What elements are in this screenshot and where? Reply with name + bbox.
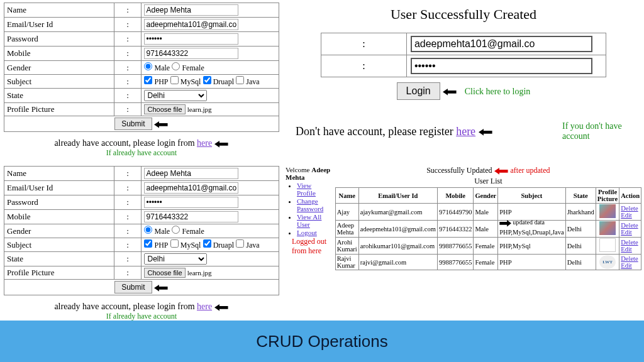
table-header-row: Name Email/User Id Mobile Gender Subject… — [335, 188, 641, 204]
delete-link[interactable]: Delete — [621, 239, 638, 246]
profile-picture-icon — [599, 238, 616, 252]
table-row: Rajvi Kumar rajvi@gmail.com 9988776655 F… — [335, 255, 641, 270]
state-select[interactable]: Delhi — [144, 90, 207, 101]
name-input[interactable] — [144, 4, 238, 16]
subject-drupal-checkbox[interactable] — [203, 76, 211, 84]
updated-msg-row: Successfully Updated ⬅ after updated — [335, 166, 641, 175]
arrow-left-red-icon: ⬅ — [494, 168, 509, 173]
success-login-panel: User Successfully Created : : Login ⬅ Cl… — [283, 0, 644, 163]
table-row: Adeep Mehta adeepmehta101@gmail.com 9716… — [335, 221, 641, 238]
subject-mysql-checkbox[interactable] — [170, 76, 179, 84]
submit-button[interactable]: Submit — [114, 118, 152, 130]
delete-link[interactable]: Delete — [621, 205, 638, 212]
welcome-text: Velcome Adeep Mehta — [286, 166, 331, 181]
edit-link[interactable]: Edit — [621, 262, 632, 269]
profile-picture-icon — [599, 221, 616, 235]
gender-female-radio[interactable] — [172, 62, 180, 70]
name-input-2[interactable] — [144, 168, 238, 179]
mobile-input[interactable] — [144, 48, 238, 59]
arrow-left-icon: ⬅ — [214, 305, 229, 310]
email-input[interactable] — [144, 19, 238, 30]
subject-java-checkbox-2[interactable] — [236, 239, 244, 248]
label-subject: Subject — [4, 75, 114, 89]
label-mobile: Mobile — [4, 47, 114, 61]
change-password-link[interactable]: Change Password — [297, 197, 323, 212]
label-state: State — [4, 89, 114, 103]
login-password-input[interactable] — [411, 58, 592, 74]
subject-java-checkbox[interactable] — [236, 76, 244, 84]
nav-links: View Profile Change Password View All Us… — [297, 182, 331, 236]
subject-php-checkbox-2[interactable] — [144, 239, 152, 248]
chosen-filename: learn.jpg — [187, 106, 212, 113]
arrow-left-icon: ⬅ — [154, 122, 169, 127]
table-row: Arohi Kumari arohikumar101@gmail.com 998… — [335, 238, 641, 255]
no-account-note: If you don't have account — [562, 121, 631, 141]
updated-msg: Successfully Updated — [426, 166, 492, 175]
mobile-input-2[interactable] — [144, 211, 238, 222]
success-title: User Successfully Created — [296, 6, 631, 23]
edit-link[interactable]: Edit — [621, 212, 632, 219]
label-picture: Profile Picture — [4, 103, 114, 116]
edit-link[interactable]: Edit — [621, 229, 632, 236]
logged-out-note: Logged out from here — [292, 237, 331, 256]
login-form: : : Login ⬅ Click here to login — [321, 33, 606, 102]
click-here-note: Click here to login — [465, 87, 531, 96]
profile-picture-icon — [599, 204, 616, 218]
gender-male-radio-2[interactable] — [144, 226, 152, 234]
login-button[interactable]: Login — [397, 82, 440, 100]
login-email-input[interactable] — [411, 36, 592, 52]
arrow-left-icon: ⬅ — [479, 129, 493, 134]
gender-male-radio[interactable] — [144, 62, 152, 70]
login-hint-2: already have account, please login from … — [4, 302, 279, 312]
profile-picture-icon: LWT — [599, 255, 616, 269]
already-account-note: If already have account — [4, 148, 279, 158]
user-list-table: Name Email/User Id Mobile Gender Subject… — [335, 187, 641, 270]
subject-drupal-checkbox-2[interactable] — [203, 239, 211, 248]
subject-mysql-checkbox-2[interactable] — [170, 239, 179, 248]
view-profile-link[interactable]: View Profile — [297, 182, 316, 197]
dashboard-panel: Velcome Adeep Mehta View Profile Change … — [283, 163, 644, 321]
user-list-title: User List — [335, 177, 641, 186]
arrow-left-icon: ⬅ — [443, 89, 457, 94]
edit-link[interactable]: Edit — [621, 246, 632, 253]
label-email: Email/User Id — [4, 18, 114, 32]
delete-link[interactable]: Delete — [621, 222, 638, 229]
submit-button-2[interactable]: Submit — [114, 281, 152, 293]
arrow-left-icon: ⬅ — [214, 141, 229, 146]
footer-title: CRUD Operations — [256, 332, 388, 351]
label-password: Password — [4, 32, 114, 47]
register-hint: Don't have account, please register here… — [296, 125, 493, 138]
login-here-link[interactable]: here — [197, 138, 212, 148]
label-gender: Gender — [4, 61, 114, 75]
state-select-2[interactable]: Delhi — [144, 253, 207, 265]
registration-panel-2: Name: Email/User Id: Password: Mobile: G… — [0, 163, 283, 321]
gender-female-radio-2[interactable] — [172, 226, 180, 234]
label-name: Name — [4, 3, 114, 18]
registration-form: Name: Email/User Id: Password: Mobile: G… — [4, 3, 279, 132]
password-input-2[interactable] — [144, 197, 238, 208]
registration-form-2: Name: Email/User Id: Password: Mobile: G… — [4, 166, 279, 295]
register-here-link[interactable]: here — [456, 125, 475, 138]
arrow-left-icon: ⬅ — [154, 285, 169, 290]
view-all-user-link[interactable]: View All User — [297, 213, 321, 228]
arrow-right-icon: ⬅ — [499, 221, 512, 226]
email-input-2[interactable] — [144, 182, 238, 194]
choose-file-button-2[interactable]: Choose file — [144, 268, 185, 278]
logout-link[interactable]: Logout — [297, 229, 317, 236]
login-hint: already have account, please login from … — [4, 138, 279, 148]
subject-php-checkbox[interactable] — [144, 76, 152, 84]
choose-file-button[interactable]: Choose file — [144, 104, 185, 114]
table-row: Ajay ajaykumar@gmail.com 9716449790 Male… — [335, 204, 641, 221]
password-input[interactable] — [144, 33, 238, 45]
registration-panel-1: Name: Email/User Id: Password: Mobile: G… — [0, 0, 283, 163]
footer-banner: CRUD Operations — [0, 321, 644, 362]
delete-link[interactable]: Delete — [621, 255, 638, 262]
login-here-link-2[interactable]: here — [197, 302, 212, 311]
